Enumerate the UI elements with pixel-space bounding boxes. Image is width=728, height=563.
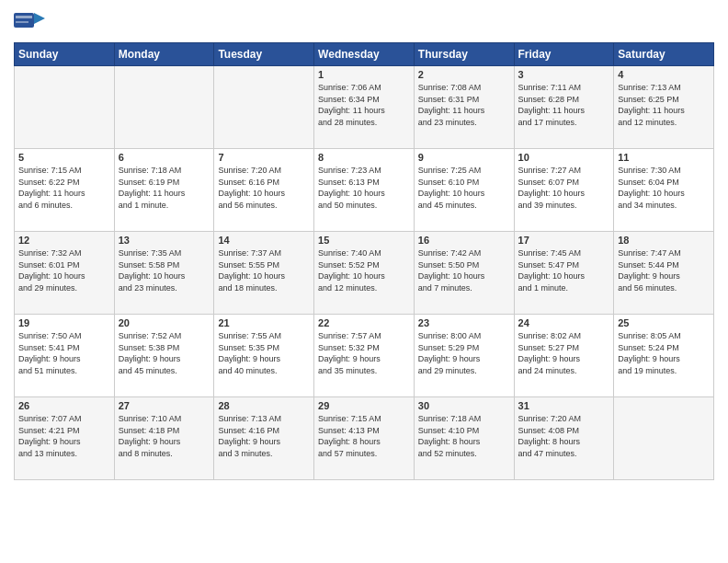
day-number: 22 [318,317,410,328]
calendar-cell: 8Sunrise: 7:23 AM Sunset: 6:13 PM Daylig… [314,149,415,232]
day-header-saturday: Saturday [614,43,714,66]
calendar-cell: 17Sunrise: 7:45 AM Sunset: 5:47 PM Dayli… [514,232,614,315]
calendar-cell: 11Sunrise: 7:30 AM Sunset: 6:04 PM Dayli… [614,149,714,232]
day-info: Sunrise: 7:11 AM Sunset: 6:28 PM Dayligh… [518,82,610,128]
day-number: 14 [218,235,310,246]
day-header-tuesday: Tuesday [214,43,314,66]
day-info: Sunrise: 7:42 AM Sunset: 5:50 PM Dayligh… [418,247,510,293]
calendar-cell: 3Sunrise: 7:11 AM Sunset: 6:28 PM Daylig… [514,66,614,149]
day-info: Sunrise: 8:05 AM Sunset: 5:24 PM Dayligh… [618,330,710,376]
day-info: Sunrise: 7:27 AM Sunset: 6:07 PM Dayligh… [518,165,610,211]
day-number: 24 [518,317,610,328]
calendar-cell: 6Sunrise: 7:18 AM Sunset: 6:19 PM Daylig… [114,149,214,232]
week-row-5: 26Sunrise: 7:07 AM Sunset: 4:21 PM Dayli… [15,397,714,480]
day-number: 10 [518,152,610,163]
day-number: 3 [518,69,610,80]
day-number: 8 [318,152,410,163]
day-info: Sunrise: 7:13 AM Sunset: 6:25 PM Dayligh… [618,82,710,128]
calendar-cell: 25Sunrise: 8:05 AM Sunset: 5:24 PM Dayli… [614,315,714,397]
day-header-sunday: Sunday [15,43,115,66]
day-number: 5 [18,152,110,163]
day-info: Sunrise: 8:02 AM Sunset: 5:27 PM Dayligh… [518,330,610,376]
day-info: Sunrise: 7:57 AM Sunset: 5:32 PM Dayligh… [318,330,410,376]
day-info: Sunrise: 7:20 AM Sunset: 6:16 PM Dayligh… [218,165,310,211]
day-info: Sunrise: 7:06 AM Sunset: 6:34 PM Dayligh… [318,82,410,128]
day-info: Sunrise: 7:07 AM Sunset: 4:21 PM Dayligh… [18,413,110,459]
day-number: 20 [119,317,210,328]
calendar-body: 1Sunrise: 7:06 AM Sunset: 6:34 PM Daylig… [15,66,714,480]
day-number: 17 [518,235,610,246]
calendar-cell: 23Sunrise: 8:00 AM Sunset: 5:29 PM Dayli… [414,315,514,397]
calendar-cell: 31Sunrise: 7:20 AM Sunset: 4:08 PM Dayli… [514,397,614,480]
day-number: 30 [418,400,510,411]
day-info: Sunrise: 7:15 AM Sunset: 4:13 PM Dayligh… [318,413,410,459]
day-info: Sunrise: 7:47 AM Sunset: 5:44 PM Dayligh… [618,247,710,293]
calendar-cell: 15Sunrise: 7:40 AM Sunset: 5:52 PM Dayli… [314,232,415,315]
day-number: 29 [318,400,410,411]
calendar-cell: 13Sunrise: 7:35 AM Sunset: 5:58 PM Dayli… [114,232,214,315]
calendar-cell: 30Sunrise: 7:18 AM Sunset: 4:10 PM Dayli… [414,397,514,480]
day-number: 6 [119,152,210,163]
calendar-cell: 4Sunrise: 7:13 AM Sunset: 6:25 PM Daylig… [614,66,714,149]
week-row-4: 19Sunrise: 7:50 AM Sunset: 5:41 PM Dayli… [15,315,714,397]
day-number: 13 [119,235,210,246]
day-number: 2 [418,69,510,80]
day-number: 25 [618,317,710,328]
calendar-cell: 28Sunrise: 7:13 AM Sunset: 4:16 PM Dayli… [214,397,314,480]
calendar-cell: 5Sunrise: 7:15 AM Sunset: 6:22 PM Daylig… [15,149,115,232]
calendar-cell [114,66,214,149]
day-number: 28 [218,400,310,411]
calendar-header: SundayMondayTuesdayWednesdayThursdayFrid… [15,43,714,66]
day-info: Sunrise: 7:52 AM Sunset: 5:38 PM Dayligh… [119,330,210,376]
week-row-2: 5Sunrise: 7:15 AM Sunset: 6:22 PM Daylig… [15,149,714,232]
calendar-cell: 20Sunrise: 7:52 AM Sunset: 5:38 PM Dayli… [114,315,214,397]
day-info: Sunrise: 7:13 AM Sunset: 4:16 PM Dayligh… [218,413,310,459]
calendar-table: SundayMondayTuesdayWednesdayThursdayFrid… [14,42,714,480]
week-row-3: 12Sunrise: 7:32 AM Sunset: 6:01 PM Dayli… [15,232,714,315]
calendar-cell: 12Sunrise: 7:32 AM Sunset: 6:01 PM Dayli… [15,232,115,315]
day-number: 18 [618,235,710,246]
calendar-cell: 7Sunrise: 7:20 AM Sunset: 6:16 PM Daylig… [214,149,314,232]
calendar-cell: 18Sunrise: 7:47 AM Sunset: 5:44 PM Dayli… [614,232,714,315]
calendar-cell: 26Sunrise: 7:07 AM Sunset: 4:21 PM Dayli… [15,397,115,480]
day-header-friday: Friday [514,43,614,66]
day-number: 31 [518,400,610,411]
calendar-cell: 14Sunrise: 7:37 AM Sunset: 5:55 PM Dayli… [214,232,314,315]
svg-rect-0 [14,13,34,28]
day-info: Sunrise: 7:18 AM Sunset: 4:10 PM Dayligh… [418,413,510,459]
calendar-cell [614,397,714,480]
day-info: Sunrise: 7:30 AM Sunset: 6:04 PM Dayligh… [618,165,710,211]
calendar-cell: 19Sunrise: 7:50 AM Sunset: 5:41 PM Dayli… [15,315,115,397]
day-number: 4 [618,69,710,80]
day-info: Sunrise: 7:35 AM Sunset: 5:58 PM Dayligh… [119,247,210,293]
logo-icon [14,9,45,35]
days-of-week-row: SundayMondayTuesdayWednesdayThursdayFrid… [15,43,714,66]
day-number: 12 [18,235,110,246]
day-info: Sunrise: 8:00 AM Sunset: 5:29 PM Dayligh… [418,330,510,376]
day-number: 11 [618,152,710,163]
day-number: 16 [418,235,510,246]
calendar-cell: 10Sunrise: 7:27 AM Sunset: 6:07 PM Dayli… [514,149,614,232]
day-info: Sunrise: 7:18 AM Sunset: 6:19 PM Dayligh… [119,165,210,211]
day-info: Sunrise: 7:37 AM Sunset: 5:55 PM Dayligh… [218,247,310,293]
calendar-cell: 22Sunrise: 7:57 AM Sunset: 5:32 PM Dayli… [314,315,415,397]
calendar-cell [214,66,314,149]
calendar-cell: 16Sunrise: 7:42 AM Sunset: 5:50 PM Dayli… [414,232,514,315]
day-info: Sunrise: 7:32 AM Sunset: 6:01 PM Dayligh… [18,247,110,293]
day-info: Sunrise: 7:45 AM Sunset: 5:47 PM Dayligh… [518,247,610,293]
logo [14,9,47,35]
day-number: 15 [318,235,410,246]
svg-marker-1 [34,13,45,24]
day-number: 9 [418,152,510,163]
calendar-cell: 1Sunrise: 7:06 AM Sunset: 6:34 PM Daylig… [314,66,415,149]
day-header-monday: Monday [114,43,214,66]
svg-rect-3 [16,21,28,23]
day-number: 27 [119,400,210,411]
week-row-1: 1Sunrise: 7:06 AM Sunset: 6:34 PM Daylig… [15,66,714,149]
calendar-cell [15,66,115,149]
header [14,9,714,35]
day-info: Sunrise: 7:25 AM Sunset: 6:10 PM Dayligh… [418,165,510,211]
day-header-wednesday: Wednesday [314,43,415,66]
day-info: Sunrise: 7:20 AM Sunset: 4:08 PM Dayligh… [518,413,610,459]
day-info: Sunrise: 7:08 AM Sunset: 6:31 PM Dayligh… [418,82,510,128]
